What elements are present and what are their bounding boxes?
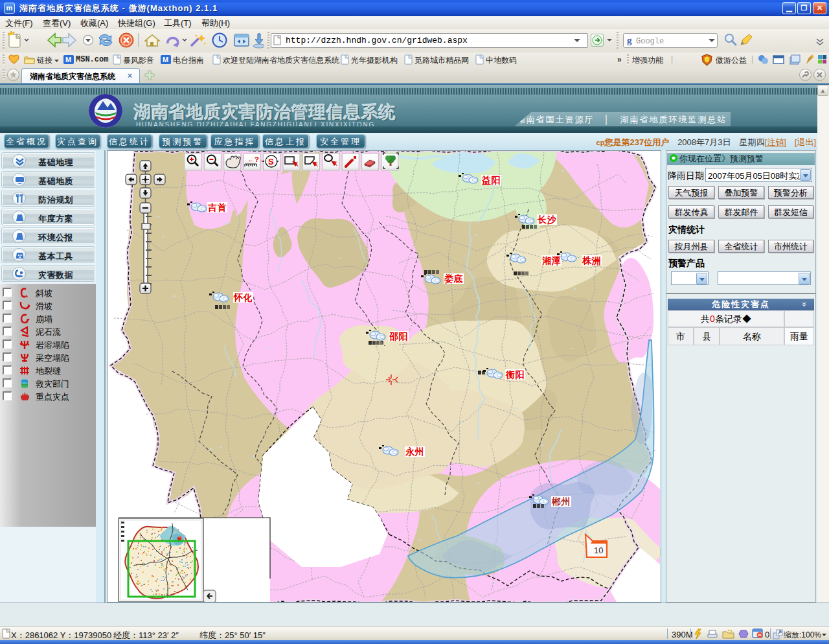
svg-text:M: M: [65, 56, 71, 63]
svg-text:娄底: 娄底: [444, 273, 463, 284]
svg-text:10: 10: [594, 546, 603, 555]
svg-text:益阳: 益阳: [481, 175, 501, 185]
svg-text:株洲: 株洲: [582, 255, 601, 266]
svg-text:长沙: 长沙: [537, 214, 557, 225]
svg-text:邵阳: 邵阳: [389, 331, 408, 341]
svg-text:S: S: [268, 157, 274, 167]
svg-text:吉首: 吉首: [207, 202, 227, 213]
svg-text:永州: 永州: [405, 446, 424, 457]
svg-text:怀化: 怀化: [233, 292, 253, 303]
svg-text:衡阳: 衡阳: [505, 369, 525, 380]
svg-text:郴州: 郴州: [551, 496, 571, 507]
svg-text:M: M: [163, 56, 168, 63]
svg-text:湘潭: 湘潭: [541, 255, 561, 266]
svg-text:←?→: ←?→: [247, 155, 266, 163]
